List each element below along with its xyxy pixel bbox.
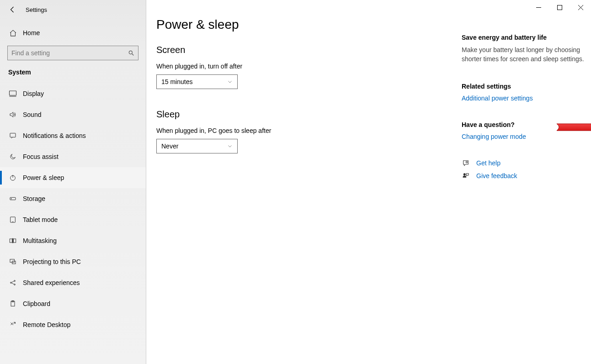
display-icon xyxy=(8,90,17,97)
search-input[interactable] xyxy=(11,49,128,57)
sleep-after-label: When plugged in, PC goes to sleep after xyxy=(156,127,449,134)
dropdown-value: 15 minutes xyxy=(161,78,192,85)
home-icon xyxy=(8,29,17,37)
svg-rect-2 xyxy=(10,133,16,137)
svg-rect-16 xyxy=(557,5,562,10)
sidebar-item-display[interactable]: Display xyxy=(0,83,146,104)
sidebar-item-multitasking[interactable]: Multitasking xyxy=(0,230,146,251)
svg-point-13 xyxy=(14,284,16,285)
search-icon xyxy=(128,50,134,56)
feedback-icon xyxy=(462,172,470,179)
section-label-system: System xyxy=(0,69,146,76)
svg-rect-8 xyxy=(13,239,16,243)
give-feedback-row[interactable]: Give feedback xyxy=(462,172,590,179)
sidebar-item-label: Sound xyxy=(23,111,41,118)
back-button[interactable] xyxy=(8,5,17,14)
close-button[interactable] xyxy=(570,0,591,15)
sidebar-item-sound[interactable]: Sound xyxy=(0,104,146,125)
sidebar-item-label: Projecting to this PC xyxy=(23,258,81,265)
give-feedback-label: Give feedback xyxy=(476,172,517,179)
power-icon xyxy=(8,174,17,181)
search-box[interactable] xyxy=(7,46,138,60)
related-settings-heading: Related settings xyxy=(462,83,590,90)
question-heading: Have a question? xyxy=(462,121,590,128)
sidebar-item-focus-assist[interactable]: Focus assist xyxy=(0,146,146,167)
svg-point-11 xyxy=(11,282,12,284)
sidebar-item-label: Clipboard xyxy=(23,300,50,307)
maximize-button[interactable] xyxy=(549,0,570,15)
get-help-icon xyxy=(462,159,470,167)
tablet-icon xyxy=(8,216,17,223)
section-heading-screen: Screen xyxy=(156,45,449,55)
get-help-label: Get help xyxy=(476,159,500,167)
projecting-icon xyxy=(8,258,17,265)
sidebar-item-label: Multitasking xyxy=(23,237,57,244)
window-title: Settings xyxy=(26,6,47,13)
svg-point-0 xyxy=(129,51,132,54)
sidebar-item-notifications[interactable]: Notifications & actions xyxy=(0,125,146,146)
main-content: Power & sleep Screen When plugged in, tu… xyxy=(146,0,591,364)
svg-point-12 xyxy=(14,280,16,282)
energy-heading: Save energy and battery life xyxy=(462,34,590,41)
sidebar-item-label: Notifications & actions xyxy=(23,132,86,139)
multitasking-icon xyxy=(8,237,17,244)
page-title: Power & sleep xyxy=(156,17,449,32)
clipboard-icon xyxy=(8,300,17,307)
home-label: Home xyxy=(23,29,40,37)
energy-text: Make your battery last longer by choosin… xyxy=(462,46,590,63)
get-help-row[interactable]: Get help xyxy=(462,159,590,167)
sound-icon xyxy=(8,111,17,118)
screen-turnoff-dropdown[interactable]: 15 minutes xyxy=(156,74,238,89)
sleep-after-dropdown[interactable]: Never xyxy=(156,139,238,153)
sidebar-item-label: Remote Desktop xyxy=(23,321,70,328)
sidebar-item-label: Shared experiences xyxy=(23,279,80,286)
storage-icon xyxy=(8,195,17,202)
svg-rect-1 xyxy=(10,91,16,95)
svg-point-17 xyxy=(466,162,467,163)
shared-icon xyxy=(8,279,17,286)
focus-assist-icon xyxy=(8,153,17,160)
sidebar-item-label: Power & sleep xyxy=(23,174,64,181)
dropdown-value: Never xyxy=(161,142,178,150)
section-heading-sleep: Sleep xyxy=(156,109,449,120)
sidebar-item-shared-experiences[interactable]: Shared experiences xyxy=(0,272,146,293)
sidebar-item-label: Tablet mode xyxy=(23,216,58,223)
additional-power-settings-link[interactable]: Additional power settings xyxy=(462,95,590,102)
nav-list: Display Sound Notifications & actions Fo… xyxy=(0,83,146,364)
sidebar-item-storage[interactable]: Storage xyxy=(0,188,146,209)
sidebar-item-remote-desktop[interactable]: Remote Desktop xyxy=(0,314,146,335)
chevron-down-icon xyxy=(227,143,233,149)
sidebar-item-label: Display xyxy=(23,90,44,97)
notifications-icon xyxy=(8,132,17,139)
screen-turnoff-label: When plugged in, turn off after xyxy=(156,63,449,70)
sidebar-item-label: Focus assist xyxy=(23,153,59,160)
sidebar-item-clipboard[interactable]: Clipboard xyxy=(0,293,146,314)
sidebar-item-projecting[interactable]: Projecting to this PC xyxy=(0,251,146,272)
sidebar-item-tablet-mode[interactable]: Tablet mode xyxy=(0,209,146,230)
remote-desktop-icon xyxy=(8,321,17,328)
svg-point-18 xyxy=(463,174,465,175)
sidebar-item-home[interactable]: Home xyxy=(0,23,146,43)
chevron-down-icon xyxy=(227,79,233,84)
minimize-button[interactable] xyxy=(528,0,549,15)
sidebar: Settings Home System Display xyxy=(0,0,146,364)
svg-point-5 xyxy=(11,198,11,199)
sidebar-item-label: Storage xyxy=(23,195,45,202)
sidebar-item-power-sleep[interactable]: Power & sleep xyxy=(0,167,146,188)
svg-rect-7 xyxy=(10,239,12,243)
changing-power-mode-link[interactable]: Changing power mode xyxy=(462,133,590,140)
